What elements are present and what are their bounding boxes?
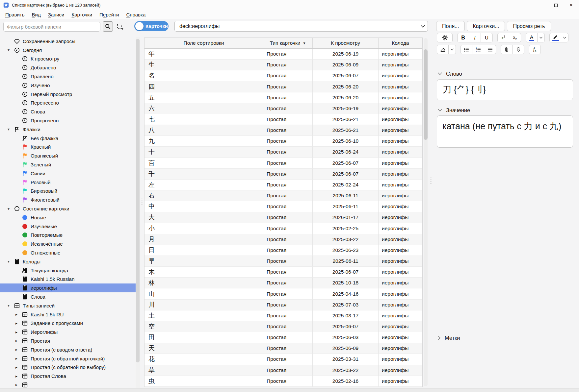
highlight-button[interactable] <box>549 33 561 42</box>
sidebar-item[interactable]: ▸Простая Слова <box>0 372 136 380</box>
sidebar-item[interactable]: Повторяемые <box>0 231 136 240</box>
expand-arrow-icon[interactable]: ▸ <box>13 365 19 370</box>
table-row[interactable]: 虫Простая2025-02-16иероглифы <box>145 376 422 387</box>
table-row[interactable]: 川Простая2025-07-03иероглифы <box>145 300 422 310</box>
table-row[interactable]: 左Простая2025-02-24иероглифы <box>145 180 422 190</box>
sidebar-item[interactable]: Правлено <box>0 72 136 81</box>
field-section-meaning[interactable]: Значение <box>438 107 470 113</box>
sidebar-item[interactable]: Синий <box>0 169 136 178</box>
table-row[interactable]: 早Простая2025-06-11иероглифы <box>145 256 422 267</box>
table-row[interactable]: 五Простая2025-06-20иероглифы <box>145 92 422 103</box>
search-history-button[interactable] <box>418 25 428 28</box>
sidebar-item[interactable]: Текущая колода <box>0 266 136 275</box>
menu-item-4[interactable]: Перейти <box>96 11 122 18</box>
maximize-button[interactable] <box>548 0 564 10</box>
table-row[interactable]: 田Простая2025-06-03иероглифы <box>145 332 422 343</box>
expand-arrow-icon[interactable]: ▸ <box>13 347 19 352</box>
bold-button[interactable]: B <box>457 33 469 42</box>
sidebar-item[interactable]: ▾Сегодня <box>0 46 136 55</box>
expand-arrow-icon[interactable]: ▸ <box>13 321 19 326</box>
microphone-button[interactable] <box>513 45 524 54</box>
field-section-word[interactable]: Слово <box>438 71 462 77</box>
chevron-down-button[interactable] <box>561 33 568 42</box>
sidebar-item[interactable]: ▾Колоды <box>0 257 136 266</box>
sidebar-item[interactable]: ▸Простая (с обратной по выбору) <box>0 363 136 372</box>
table-row[interactable]: 天Простая2025-06-09иероглифы <box>145 343 422 354</box>
column-header[interactable]: К просмотру <box>313 38 379 48</box>
column-header[interactable]: Поле сортировки <box>145 38 263 48</box>
collapse-arrow-icon[interactable]: ▾ <box>6 127 12 132</box>
table-row[interactable]: 右Простая2025-06-11иероглифы <box>145 190 422 201</box>
superscript-button[interactable]: x2 <box>497 33 509 42</box>
sidebar-item[interactable]: Зеленый <box>0 160 136 169</box>
tags-section[interactable]: Метки <box>438 335 460 341</box>
sidebar-item[interactable]: ▸ <box>0 380 136 388</box>
menu-item-0[interactable]: Править <box>2 11 28 18</box>
table-row[interactable]: 木Простая2025-06-07иероглифы <box>145 267 422 278</box>
word-field-input[interactable]: 刀 {⺈} {刂} <box>437 79 573 100</box>
sidebar-item[interactable]: Фиолетовый <box>0 195 136 204</box>
sidebar-item[interactable]: Kaishi 1.5k Russian <box>0 275 136 284</box>
sidebar-item[interactable]: ▸Иероглифы <box>0 328 136 336</box>
collapse-arrow-icon[interactable]: ▾ <box>6 207 12 211</box>
cards-button[interactable]: Карточки... <box>467 21 505 31</box>
chevron-down-button[interactable] <box>538 33 545 42</box>
expand-arrow-icon[interactable]: ▸ <box>13 382 19 387</box>
sidebar-splitter-handle[interactable] <box>141 199 144 207</box>
sidebar-item[interactable]: ▸Задание с пропусками <box>0 319 136 328</box>
sidebar-item[interactable]: Без флажка <box>0 134 136 143</box>
table-row[interactable]: 山Простая2025-04-16иероглифы <box>145 288 422 299</box>
align-left-button[interactable] <box>484 45 496 54</box>
sidebar-item[interactable]: Снова <box>0 107 136 116</box>
table-row[interactable]: 生Простая2025-06-09иероглифы <box>145 60 422 70</box>
menu-item-1[interactable]: Вид <box>28 11 44 18</box>
menu-item-2[interactable]: Записи <box>44 11 68 18</box>
sidebar-item[interactable]: Отложенные <box>0 248 136 257</box>
table-row[interactable]: 千Простая2025-06-07иероглифы <box>145 169 422 180</box>
table-row[interactable]: 四Простая2025-06-20иероглифы <box>145 81 422 92</box>
table-row[interactable]: 草Простая2025-03-22иероглифы <box>145 365 422 376</box>
sidebar-scrollbar-thumb[interactable] <box>136 39 140 362</box>
paperclip-button[interactable] <box>501 45 513 54</box>
expand-arrow-icon[interactable]: ▸ <box>13 312 19 317</box>
select-rows-button[interactable] <box>116 22 124 31</box>
table-row[interactable]: 土Простая2025-03-17иероглифы <box>145 310 422 321</box>
expand-arrow-icon[interactable]: ▸ <box>13 330 19 334</box>
table-row[interactable]: 日Простая2025-06-23иероглифы <box>145 245 422 256</box>
sidebar-search-button[interactable] <box>103 21 113 32</box>
preview-button[interactable]: Просмотреть <box>507 21 551 31</box>
chevron-down-button[interactable] <box>449 45 456 54</box>
table-row[interactable]: 名Простая2025-06-07иероглифы <box>145 70 422 81</box>
table-row[interactable]: 七Простая2025-06-21иероглифы <box>145 114 422 125</box>
eraser-button[interactable] <box>437 45 449 54</box>
function-button[interactable]: fx <box>529 45 541 54</box>
menu-item-3[interactable]: Карточки <box>68 11 96 18</box>
text-color-button[interactable]: A <box>526 33 538 42</box>
sidebar-item[interactable]: ▸Простая (с вводом ответа) <box>0 345 136 354</box>
table-row[interactable]: 八Простая2025-06-21иероглифы <box>145 125 422 136</box>
collapse-arrow-icon[interactable]: ▾ <box>6 303 12 308</box>
table-row[interactable]: 中Простая2025-06-11иероглифы <box>145 201 422 212</box>
sidebar-item[interactable]: Красный <box>0 143 136 152</box>
sidebar-item[interactable]: ▸Простая (с обратной карточкой) <box>0 354 136 363</box>
sidebar-item[interactable]: ▸Kaishi 1.5k RU <box>0 310 136 319</box>
italic-button[interactable]: I <box>469 33 481 42</box>
collapse-arrow-icon[interactable]: ▾ <box>6 48 12 52</box>
table-row[interactable]: 百Простая2025-06-07иероглифы <box>145 158 422 169</box>
subscript-button[interactable]: x2 <box>509 33 521 42</box>
sidebar-item[interactable]: Добавлено <box>0 63 136 72</box>
sidebar-item[interactable]: Изучено <box>0 81 136 90</box>
sidebar-item[interactable]: ▾Типы записей <box>0 301 136 310</box>
minimize-button[interactable] <box>533 0 548 10</box>
sidebar-item[interactable]: Перенесено <box>0 99 136 108</box>
ordered-list-button[interactable]: 123 <box>472 45 484 54</box>
table-row[interactable]: 大Простая2026-01-17иероглифы <box>145 212 422 223</box>
table-row[interactable]: 六Простая2025-06-19иероглифы <box>145 103 422 114</box>
sidebar-item[interactable]: Исключённые <box>0 239 136 248</box>
sidebar-item[interactable]: Новые <box>0 213 136 222</box>
unordered-list-button[interactable] <box>461 45 472 54</box>
sidebar-filter-input[interactable] <box>3 22 100 32</box>
menu-item-5[interactable]: Справка <box>122 11 149 18</box>
sidebar-item[interactable]: иероглифы <box>0 283 136 292</box>
table-row[interactable]: 年Простая2025-06-19иероглифы <box>145 49 422 60</box>
